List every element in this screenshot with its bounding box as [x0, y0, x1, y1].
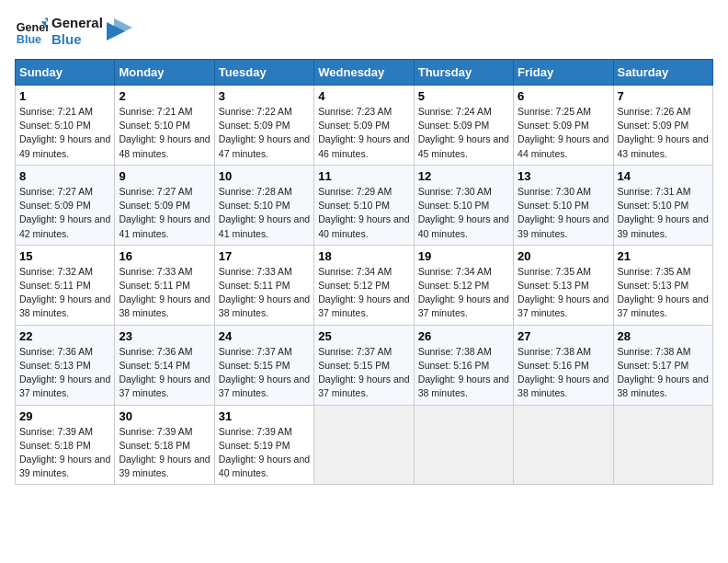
day-number: 7 [618, 89, 709, 103]
day-details: Sunrise: 7:33 AMSunset: 5:11 PMDaylight:… [219, 266, 310, 319]
day-details: Sunrise: 7:31 AMSunset: 5:10 PMDaylight:… [618, 186, 709, 239]
day-number: 15 [19, 249, 110, 263]
day-details: Sunrise: 7:30 AMSunset: 5:10 PMDaylight:… [418, 186, 509, 239]
calendar-cell: 14 Sunrise: 7:31 AMSunset: 5:10 PMDaylig… [613, 165, 712, 245]
day-number: 24 [219, 329, 310, 343]
day-details: Sunrise: 7:23 AMSunset: 5:09 PMDaylight:… [318, 106, 409, 159]
day-number: 1 [19, 89, 110, 103]
day-number: 16 [119, 249, 210, 263]
day-number: 8 [19, 169, 110, 183]
calendar-cell: 15 Sunrise: 7:32 AMSunset: 5:11 PMDaylig… [16, 245, 115, 325]
day-details: Sunrise: 7:21 AMSunset: 5:10 PMDaylight:… [119, 106, 210, 159]
day-number: 14 [618, 169, 709, 183]
calendar-cell: 4 Sunrise: 7:23 AMSunset: 5:09 PMDayligh… [314, 86, 414, 166]
calendar-week-row: 1 Sunrise: 7:21 AMSunset: 5:10 PMDayligh… [16, 86, 713, 166]
header: General Blue General Blue [15, 15, 713, 48]
calendar-cell: 26 Sunrise: 7:38 AMSunset: 5:16 PMDaylig… [414, 325, 513, 405]
svg-text:Blue: Blue [17, 33, 41, 46]
calendar-cell: 5 Sunrise: 7:24 AMSunset: 5:09 PMDayligh… [414, 86, 513, 166]
calendar-cell: 13 Sunrise: 7:30 AMSunset: 5:10 PMDaylig… [514, 165, 613, 245]
calendar-cell: 16 Sunrise: 7:33 AMSunset: 5:11 PMDaylig… [115, 245, 214, 325]
logo-general: General [51, 15, 103, 31]
day-details: Sunrise: 7:37 AMSunset: 5:15 PMDaylight:… [318, 346, 409, 399]
calendar-cell: 8 Sunrise: 7:27 AMSunset: 5:09 PMDayligh… [16, 165, 115, 245]
day-details: Sunrise: 7:37 AMSunset: 5:15 PMDaylight:… [219, 346, 310, 399]
day-details: Sunrise: 7:30 AMSunset: 5:10 PMDaylight:… [518, 186, 609, 239]
calendar-cell: 24 Sunrise: 7:37 AMSunset: 5:15 PMDaylig… [214, 325, 313, 405]
day-details: Sunrise: 7:27 AMSunset: 5:09 PMDaylight:… [19, 186, 110, 239]
day-number: 18 [318, 249, 409, 263]
day-details: Sunrise: 7:32 AMSunset: 5:11 PMDaylight:… [19, 266, 110, 319]
calendar-cell: 31 Sunrise: 7:39 AMSunset: 5:19 PMDaylig… [214, 405, 313, 485]
day-details: Sunrise: 7:38 AMSunset: 5:16 PMDaylight:… [518, 346, 609, 399]
calendar-cell: 2 Sunrise: 7:21 AMSunset: 5:10 PMDayligh… [115, 86, 214, 166]
svg-marker-5 [114, 18, 132, 37]
day-details: Sunrise: 7:39 AMSunset: 5:19 PMDaylight:… [219, 426, 310, 479]
calendar-cell: 11 Sunrise: 7:29 AMSunset: 5:10 PMDaylig… [314, 165, 414, 245]
day-number: 27 [518, 329, 609, 343]
day-number: 9 [119, 169, 210, 183]
calendar-cell: 27 Sunrise: 7:38 AMSunset: 5:16 PMDaylig… [514, 325, 613, 405]
calendar-cell: 10 Sunrise: 7:28 AMSunset: 5:10 PMDaylig… [214, 165, 313, 245]
day-number: 21 [618, 249, 709, 263]
day-details: Sunrise: 7:26 AMSunset: 5:09 PMDaylight:… [618, 106, 709, 159]
day-number: 17 [219, 249, 310, 263]
calendar-cell: 19 Sunrise: 7:34 AMSunset: 5:12 PMDaylig… [414, 245, 513, 325]
calendar-cell [314, 405, 414, 485]
header-monday: Monday [115, 60, 214, 86]
calendar-week-row: 22 Sunrise: 7:36 AMSunset: 5:13 PMDaylig… [16, 325, 713, 405]
calendar-cell: 25 Sunrise: 7:37 AMSunset: 5:15 PMDaylig… [314, 325, 414, 405]
logo: General Blue General Blue [15, 15, 132, 48]
day-number: 19 [418, 249, 509, 263]
day-details: Sunrise: 7:25 AMSunset: 5:09 PMDaylight:… [518, 106, 609, 159]
day-number: 13 [518, 169, 609, 183]
day-details: Sunrise: 7:34 AMSunset: 5:12 PMDaylight:… [318, 266, 409, 319]
day-number: 28 [618, 329, 709, 343]
logo-arrow-icon [107, 18, 132, 44]
calendar-cell: 29 Sunrise: 7:39 AMSunset: 5:18 PMDaylig… [16, 405, 115, 485]
day-number: 22 [19, 329, 110, 343]
calendar-cell: 23 Sunrise: 7:36 AMSunset: 5:14 PMDaylig… [115, 325, 214, 405]
day-details: Sunrise: 7:29 AMSunset: 5:10 PMDaylight:… [318, 186, 409, 239]
day-details: Sunrise: 7:38 AMSunset: 5:17 PMDaylight:… [618, 346, 709, 399]
calendar-cell: 17 Sunrise: 7:33 AMSunset: 5:11 PMDaylig… [214, 245, 313, 325]
calendar-table: SundayMondayTuesdayWednesdayThursdayFrid… [15, 59, 713, 485]
day-details: Sunrise: 7:39 AMSunset: 5:18 PMDaylight:… [19, 426, 110, 479]
calendar-cell [514, 405, 613, 485]
calendar-week-row: 29 Sunrise: 7:39 AMSunset: 5:18 PMDaylig… [16, 405, 713, 485]
day-number: 5 [418, 89, 509, 103]
day-number: 2 [119, 89, 210, 103]
day-details: Sunrise: 7:38 AMSunset: 5:16 PMDaylight:… [418, 346, 509, 399]
day-number: 3 [219, 89, 310, 103]
calendar-cell [414, 405, 513, 485]
day-details: Sunrise: 7:35 AMSunset: 5:13 PMDaylight:… [518, 266, 609, 319]
header-tuesday: Tuesday [214, 60, 313, 86]
day-number: 6 [518, 89, 609, 103]
day-details: Sunrise: 7:27 AMSunset: 5:09 PMDaylight:… [119, 186, 210, 239]
header-saturday: Saturday [613, 60, 712, 86]
calendar-cell: 22 Sunrise: 7:36 AMSunset: 5:13 PMDaylig… [16, 325, 115, 405]
calendar-cell: 9 Sunrise: 7:27 AMSunset: 5:09 PMDayligh… [115, 165, 214, 245]
calendar-week-row: 15 Sunrise: 7:32 AMSunset: 5:11 PMDaylig… [16, 245, 713, 325]
header-sunday: Sunday [16, 60, 115, 86]
day-details: Sunrise: 7:39 AMSunset: 5:18 PMDaylight:… [119, 426, 210, 479]
header-wednesday: Wednesday [314, 60, 414, 86]
day-number: 25 [318, 329, 409, 343]
calendar-header-row: SundayMondayTuesdayWednesdayThursdayFrid… [16, 60, 713, 86]
day-details: Sunrise: 7:36 AMSunset: 5:14 PMDaylight:… [119, 346, 210, 399]
header-thursday: Thursday [414, 60, 513, 86]
calendar-cell: 12 Sunrise: 7:30 AMSunset: 5:10 PMDaylig… [414, 165, 513, 245]
day-details: Sunrise: 7:22 AMSunset: 5:09 PMDaylight:… [219, 106, 310, 159]
calendar-cell: 28 Sunrise: 7:38 AMSunset: 5:17 PMDaylig… [613, 325, 712, 405]
day-number: 31 [219, 409, 310, 423]
calendar-week-row: 8 Sunrise: 7:27 AMSunset: 5:09 PMDayligh… [16, 165, 713, 245]
logo-icon: General Blue [15, 15, 48, 48]
day-number: 20 [518, 249, 609, 263]
day-details: Sunrise: 7:24 AMSunset: 5:09 PMDaylight:… [418, 106, 509, 159]
day-number: 10 [219, 169, 310, 183]
logo-blue: Blue [51, 31, 103, 48]
day-number: 4 [318, 89, 409, 103]
day-number: 23 [119, 329, 210, 343]
day-details: Sunrise: 7:33 AMSunset: 5:11 PMDaylight:… [119, 266, 210, 319]
day-details: Sunrise: 7:36 AMSunset: 5:13 PMDaylight:… [19, 346, 110, 399]
